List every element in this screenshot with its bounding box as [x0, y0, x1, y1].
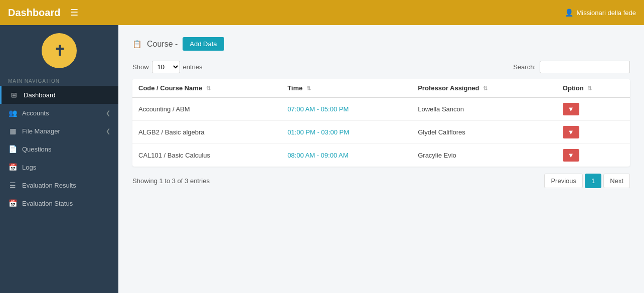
sidebar-item-evaluation-results[interactable]: ☰ Evaluation Results [0, 176, 118, 194]
cell-option: ▼ [557, 121, 630, 144]
page-title: Course - [147, 40, 178, 49]
entries-label: entries [183, 63, 203, 71]
topbar: Dashboard ☰ 👤 Missionari della fede [0, 0, 644, 25]
sidebar-item-logs[interactable]: 📅 Logs [0, 158, 118, 176]
sidebar-item-label: Accounts [22, 109, 49, 117]
nav-label: MAIN NAVIGATION [0, 73, 118, 86]
sidebar-item-label: Evaluation Results [22, 182, 76, 189]
dashboard-icon: ⊞ [10, 91, 19, 99]
app-title: Dashboard [8, 7, 60, 19]
cell-code: Accounting / ABM [132, 97, 281, 121]
next-button[interactable]: Next [603, 174, 630, 188]
eval-status-icon: 📅 [8, 199, 17, 207]
add-data-button[interactable]: Add Data [183, 37, 224, 51]
showing-text: Showing 1 to 3 of 3 entries [132, 177, 210, 185]
course-table: Code / Course Name ⇅ Time ⇅ Professor As… [132, 79, 630, 167]
username: Missionari della fede [576, 9, 636, 17]
pagination: Previous 1 Next [544, 174, 630, 188]
table-row: Accounting / ABM 07:00 AM - 05:00 PM Low… [132, 97, 630, 121]
sidebar-item-label: File Manager [22, 127, 60, 135]
page-header: 📋 Course - Add Data [132, 37, 630, 51]
cell-professor: Gracylie Evio [412, 144, 557, 167]
sort-icon-time: ⇅ [306, 85, 311, 91]
table-row: CAL101 / Basic Calculus 08:00 AM - 09:00… [132, 144, 630, 167]
user-icon: 👤 [565, 9, 573, 17]
table-row: ALGB2 / Basic algebra 01:00 PM - 03:00 P… [132, 121, 630, 144]
cell-time: 01:00 PM - 03:00 PM [281, 121, 412, 144]
course-icon: 📋 [132, 40, 142, 49]
cell-professor: Lowella Sancon [412, 97, 557, 121]
sidebar-item-dashboard[interactable]: ⊞ Dashboard [0, 86, 118, 104]
user-info: 👤 Missionari della fede [565, 9, 636, 17]
questions-icon: 📄 [8, 145, 17, 153]
logs-icon: 📅 [8, 163, 17, 171]
col-header-time[interactable]: Time ⇅ [281, 79, 412, 97]
sidebar-item-label: Evaluation Status [22, 200, 73, 207]
cell-code: CAL101 / Basic Calculus [132, 144, 281, 167]
cell-code: ALGB2 / Basic algebra [132, 121, 281, 144]
hamburger-icon[interactable]: ☰ [70, 7, 78, 18]
sort-icon-code: ⇅ [206, 85, 211, 91]
cell-option: ▼ [557, 144, 630, 167]
sort-icon-option: ⇅ [587, 85, 592, 91]
accounts-icon: 👥 [8, 109, 17, 117]
logo-circle: ✝ [42, 33, 77, 68]
cell-option: ▼ [557, 97, 630, 121]
entries-select[interactable]: 10 25 50 100 [152, 61, 180, 73]
sort-icon-professor: ⇅ [483, 85, 488, 91]
cell-time: 08:00 AM - 09:00 AM [281, 144, 412, 167]
file-manager-icon: ▦ [8, 127, 17, 135]
previous-button[interactable]: Previous [544, 174, 583, 188]
chevron-right-icon: ❮ [106, 128, 110, 134]
option-dropdown-button[interactable]: ▼ [563, 103, 579, 115]
sidebar-item-label: Dashboard [24, 91, 56, 99]
search-box: Search: [513, 61, 630, 73]
sidebar-item-questions[interactable]: 📄 Questions [0, 140, 118, 158]
table-controls: Show 10 25 50 100 entries Search: [132, 61, 630, 73]
table-footer: Showing 1 to 3 of 3 entries Previous 1 N… [132, 174, 630, 188]
sidebar-item-file-manager[interactable]: ▦ File Manager ❮ [0, 122, 118, 140]
cell-time: 07:00 AM - 05:00 PM [281, 97, 412, 121]
option-dropdown-button[interactable]: ▼ [563, 126, 579, 138]
cell-professor: Glydel Califlores [412, 121, 557, 144]
sidebar-item-label: Logs [22, 164, 36, 171]
sidebar: ✝ MAIN NAVIGATION ⊞ Dashboard 👥 Accounts… [0, 25, 118, 293]
chevron-right-icon: ❮ [106, 110, 110, 116]
page-1-button[interactable]: 1 [585, 174, 601, 188]
search-label: Search: [513, 63, 536, 71]
col-header-code[interactable]: Code / Course Name ⇅ [132, 79, 281, 97]
sidebar-logo: ✝ [0, 25, 118, 73]
eval-results-icon: ☰ [8, 181, 17, 189]
option-dropdown-button[interactable]: ▼ [563, 149, 579, 162]
show-entries: Show 10 25 50 100 entries [132, 61, 203, 73]
main-content: 📋 Course - Add Data Show 10 25 50 100 en… [118, 25, 644, 293]
layout: ✝ MAIN NAVIGATION ⊞ Dashboard 👥 Accounts… [0, 25, 644, 293]
sidebar-item-label: Questions [22, 145, 52, 153]
sidebar-item-evaluation-status[interactable]: 📅 Evaluation Status [0, 194, 118, 212]
search-input[interactable] [540, 61, 630, 73]
col-header-option[interactable]: Option ⇅ [557, 79, 630, 97]
sidebar-item-accounts[interactable]: 👥 Accounts ❮ [0, 104, 118, 122]
show-label: Show [132, 63, 149, 71]
col-header-professor[interactable]: Professor Assigned ⇅ [412, 79, 557, 97]
